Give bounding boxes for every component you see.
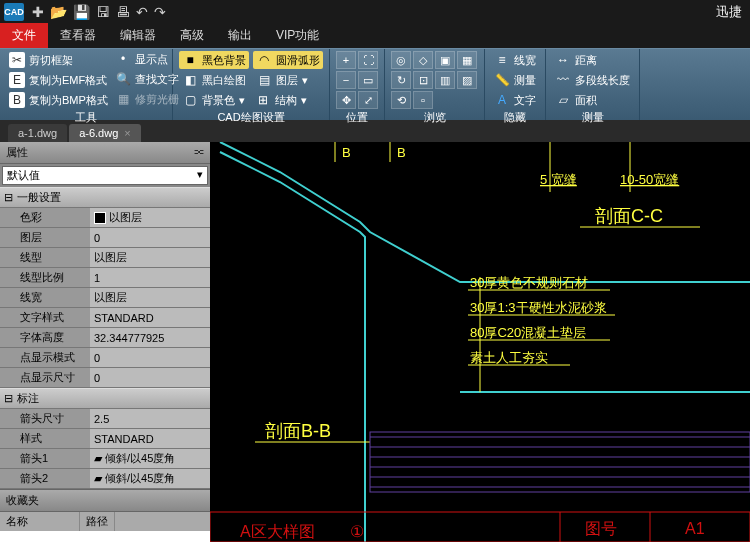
browse-icon-3[interactable]: ▣ (435, 51, 455, 69)
group-label-cadsettings: CAD绘图设置 (179, 109, 323, 125)
prop-textstyle[interactable]: 文字样式STANDARD (0, 308, 210, 328)
ribbon-group-browse: ◎◇▣▦ ↻⊡▥▨ ⟲▫ 浏览 (385, 49, 485, 120)
zoom-out-icon[interactable]: − (336, 71, 356, 89)
pin-icon[interactable]: ⫗ (193, 145, 204, 160)
polyline-len-button[interactable]: 〰多段线长度 (552, 71, 633, 89)
group-label-measure: 测量 (552, 109, 633, 125)
linewidth-button[interactable]: ≡线宽 (491, 51, 539, 69)
browse-icon-4[interactable]: ▦ (457, 51, 477, 69)
text-icon: A (494, 92, 510, 108)
default-combo[interactable]: 默认值▾ (2, 166, 208, 185)
arrow-icon: ▰ (94, 472, 102, 485)
quick-access-toolbar: ✚ 📂 💾 🖫 🖶 ↶ ↷ (32, 4, 166, 20)
tab-a1[interactable]: a-1.dwg (8, 124, 67, 142)
window-icon[interactable]: ▭ (358, 71, 378, 89)
new-icon[interactable]: ✚ (32, 4, 44, 20)
browse-icon-2[interactable]: ◇ (413, 51, 433, 69)
browse-icon-8[interactable]: ▨ (457, 71, 477, 89)
menu-bar: 文件 查看器 编辑器 高级 输出 VIP功能 (0, 24, 750, 48)
tab-a6[interactable]: a-6.dwg× (69, 124, 141, 142)
title-bar: CAD ✚ 📂 💾 🖫 🖶 ↶ ↷ 迅捷 (0, 0, 750, 24)
menu-advanced[interactable]: 高级 (168, 23, 216, 48)
ruler-icon: 📏 (494, 72, 510, 88)
bw-draw-button[interactable]: ◧黑白绘图 (179, 71, 249, 89)
trim-hatch-button[interactable]: ▦修剪光栅 (112, 90, 182, 108)
smooth-arc-button[interactable]: ◠圆滑弧形 (253, 51, 323, 69)
prop-layer[interactable]: 图层0 (0, 228, 210, 248)
label-1050: 10-50宽缝 (620, 172, 679, 187)
distance-button[interactable]: ↔距离 (552, 51, 633, 69)
menu-file[interactable]: 文件 (0, 23, 48, 48)
prop-linetype[interactable]: 线型以图层 (0, 248, 210, 268)
section-dimension[interactable]: ⊟标注 (0, 388, 210, 409)
backcolor-button[interactable]: ▢背景色▾ (179, 91, 248, 109)
favorites-body (0, 531, 210, 542)
find-text-button[interactable]: 🔍查找文字 (112, 70, 182, 88)
fit-icon[interactable]: ⛶ (358, 51, 378, 69)
ribbon-group-hide: ≡线宽 📏测量 A文字 隐藏 (485, 49, 546, 120)
area-button[interactable]: ▱面积 (552, 91, 633, 109)
extent-icon[interactable]: ⤢ (358, 91, 378, 109)
redo-icon[interactable]: ↷ (154, 4, 166, 20)
arrow-icon: ▰ (94, 452, 102, 465)
browse-icon-1[interactable]: ◎ (391, 51, 411, 69)
drawing-num: ① (350, 523, 364, 540)
measure-button[interactable]: 📏测量 (491, 71, 539, 89)
menu-editor[interactable]: 编辑器 (108, 23, 168, 48)
browse-icon-9[interactable]: ⟲ (391, 91, 411, 109)
prop-arrow1[interactable]: 箭头1▰倾斜/以45度角 (0, 449, 210, 469)
saveas-icon[interactable]: 🖫 (96, 4, 110, 20)
prop-style[interactable]: 样式STANDARD (0, 429, 210, 449)
zoom-in-icon[interactable]: + (336, 51, 356, 69)
menu-output[interactable]: 输出 (216, 23, 264, 48)
collapse-icon: ⊟ (4, 392, 13, 405)
prop-ltscale[interactable]: 线型比例1 (0, 268, 210, 288)
browse-icon-10[interactable]: ▫ (413, 91, 433, 109)
col-path[interactable]: 路径 (80, 512, 115, 531)
scissors-icon: ✂ (9, 52, 25, 68)
prop-pdsize[interactable]: 点显示尺寸0 (0, 368, 210, 388)
open-icon[interactable]: 📂 (50, 4, 67, 20)
area-icon: ▱ (555, 92, 571, 108)
chevron-down-icon: ▾ (197, 168, 203, 183)
chevron-down-icon: ▾ (301, 94, 307, 107)
structure-button[interactable]: ⊞结构▾ (252, 91, 310, 109)
prop-linewidth[interactable]: 线宽以图层 (0, 288, 210, 308)
col-name[interactable]: 名称 (0, 512, 80, 531)
pan-icon[interactable]: ✥ (336, 91, 356, 109)
menu-viewer[interactable]: 查看器 (48, 23, 108, 48)
label-b1: B (342, 145, 351, 160)
label-b2: B (397, 145, 406, 160)
emf-icon: E (9, 72, 25, 88)
prop-arrow2[interactable]: 箭头2▰倾斜/以45度角 (0, 469, 210, 489)
browse-icon-6[interactable]: ⊡ (413, 71, 433, 89)
label-sec-cc: 剖面C-C (595, 206, 663, 226)
black-bg-icon: ■ (182, 52, 198, 68)
section-general[interactable]: ⊟一般设置 (0, 187, 210, 208)
drawing-canvas[interactable]: B B 5 宽缝 10-50宽缝 剖面C-C 30厚黄色不规则石材 30厚1:3… (210, 142, 750, 542)
section-line-1 (220, 142, 750, 282)
prop-textheight[interactable]: 字体高度32.344777925 (0, 328, 210, 348)
browse-icon-5[interactable]: ↻ (391, 71, 411, 89)
prop-arrowsize[interactable]: 箭头尺寸2.5 (0, 409, 210, 429)
linewidth-icon: ≡ (494, 52, 510, 68)
layer-icon: ▤ (256, 72, 272, 88)
undo-icon[interactable]: ↶ (136, 4, 148, 20)
main-area: 属性⫗ 默认值▾ ⊟一般设置 色彩以图层 图层0 线型以图层 线型比例1 线宽以… (0, 142, 750, 542)
ribbon-group-tools: ✂剪切框架 E复制为EMF格式 B复制为BMP格式 •显示点 🔍查找文字 ▦修剪… (0, 49, 173, 120)
show-point-button[interactable]: •显示点 (112, 50, 182, 68)
text-button[interactable]: A文字 (491, 91, 539, 109)
structure-icon: ⊞ (255, 92, 271, 108)
black-bg-button[interactable]: ■黑色背景 (179, 51, 249, 69)
layer-2: 30厚1:3干硬性水泥砂浆 (470, 300, 607, 315)
browse-icon-7[interactable]: ▥ (435, 71, 455, 89)
layer-1: 30厚黄色不规则石材 (470, 275, 588, 290)
prop-pdmode[interactable]: 点显示模式0 (0, 348, 210, 368)
layer-button[interactable]: ▤图层▾ (253, 71, 311, 89)
save-icon[interactable]: 💾 (73, 4, 90, 20)
menu-vip[interactable]: VIP功能 (264, 23, 331, 48)
favorites-columns: 名称 路径 (0, 512, 210, 531)
print-icon[interactable]: 🖶 (116, 4, 130, 20)
prop-color[interactable]: 色彩以图层 (0, 208, 210, 228)
close-icon[interactable]: × (124, 127, 130, 139)
